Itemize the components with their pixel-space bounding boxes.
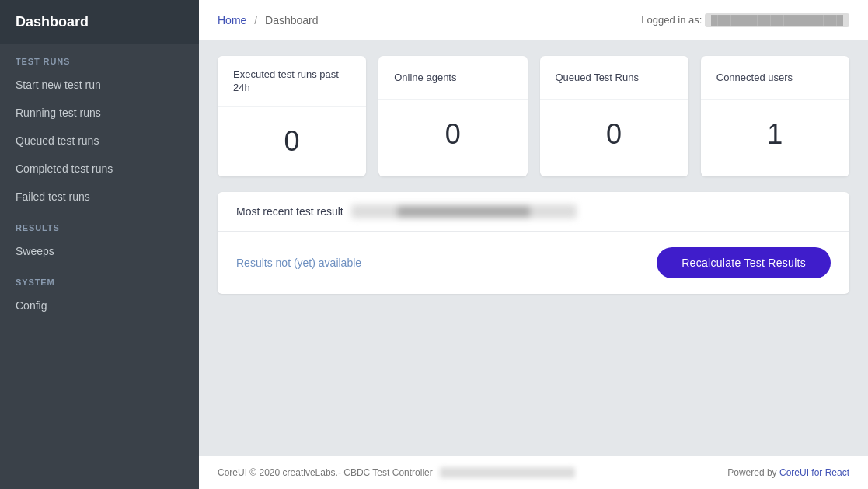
topbar: Home / Dashboard Logged in as: █████████… [199, 0, 868, 40]
result-panel: Most recent test result ████████████████… [218, 192, 849, 294]
stat-card-online-agents-value: 0 [378, 100, 527, 169]
sidebar-section-label-results: RESULTS [0, 211, 199, 237]
stat-card-executed-value: 0 [218, 107, 366, 176]
footer-coreui-link[interactable]: CoreUI for React [779, 467, 849, 478]
stat-card-online-agents-title: Online agents [378, 56, 527, 100]
stat-card-connected-users: Connected users 1 [701, 56, 849, 176]
footer-left: CoreUI © 2020 creativeLabs.- CBDC Test C… [218, 467, 575, 478]
main-area: Home / Dashboard Logged in as: █████████… [199, 0, 868, 489]
sidebar-section-test-runs: TEST RUNS Start new test run Running tes… [0, 44, 199, 211]
stat-card-queued-title: Queued Test Runs [540, 56, 688, 100]
sidebar-item-failed-test-runs[interactable]: Failed test runs [0, 183, 199, 211]
breadcrumb-current: Dashboard [265, 14, 319, 26]
breadcrumb-home[interactable]: Home [218, 14, 246, 26]
result-not-available-text: Results not (yet) available [236, 257, 361, 269]
sidebar-item-completed-test-runs[interactable]: Completed test runs [0, 155, 199, 183]
breadcrumb-separator: / [254, 14, 257, 26]
logged-in-user: ████████████████████ [705, 13, 849, 27]
sidebar-item-running-test-runs[interactable]: Running test runs [0, 99, 199, 127]
sidebar-section-label-test-runs: TEST RUNS [0, 44, 199, 71]
sidebar-section-label-system: SYSTEM [0, 265, 199, 292]
sidebar-item-config[interactable]: Config [0, 292, 199, 320]
stat-card-connected-users-value: 1 [701, 100, 849, 169]
stat-card-executed-title: Executed test runs past 24h [218, 56, 366, 107]
sidebar: Dashboard TEST RUNS Start new test run R… [0, 0, 199, 489]
recalculate-button[interactable]: Recalculate Test Results [657, 247, 831, 278]
sidebar-brand: Dashboard [0, 0, 199, 44]
page-content: Executed test runs past 24h 0 Online age… [199, 40, 868, 456]
footer-powered-by-label: Powered by [727, 467, 776, 478]
sidebar-item-sweeps[interactable]: Sweeps [0, 237, 199, 265]
sidebar-item-queued-test-runs[interactable]: Queued test runs [0, 127, 199, 155]
result-panel-title: Most recent test result [236, 205, 343, 218]
breadcrumb: Home / Dashboard [218, 14, 319, 26]
stats-row: Executed test runs past 24h 0 Online age… [218, 56, 849, 176]
stat-card-queued: Queued Test Runs 0 [540, 56, 688, 176]
logged-in-label: Logged in as: [641, 14, 702, 26]
result-panel-body: Results not (yet) available Recalculate … [218, 232, 849, 294]
stat-card-executed: Executed test runs past 24h 0 [218, 56, 366, 176]
sidebar-section-system: SYSTEM Config [0, 265, 199, 320]
stat-card-queued-value: 0 [540, 100, 688, 169]
topbar-user-info: Logged in as: ████████████████████ [641, 13, 849, 27]
result-panel-id: ████████████████████ [351, 204, 577, 218]
footer-right: Powered by CoreUI for React [727, 467, 849, 478]
stat-card-connected-users-title: Connected users [701, 56, 849, 100]
result-panel-header: Most recent test result ████████████████… [218, 192, 849, 232]
stat-card-online-agents: Online agents 0 [378, 56, 527, 176]
sidebar-item-start-new-test-run[interactable]: Start new test run [0, 71, 199, 99]
footer-left-text: CoreUI © 2020 creativeLabs.- CBDC Test C… [218, 467, 433, 478]
sidebar-section-results: RESULTS Sweeps [0, 211, 199, 265]
footer-version: ████████████ [440, 467, 575, 478]
footer: CoreUI © 2020 creativeLabs.- CBDC Test C… [199, 456, 868, 489]
